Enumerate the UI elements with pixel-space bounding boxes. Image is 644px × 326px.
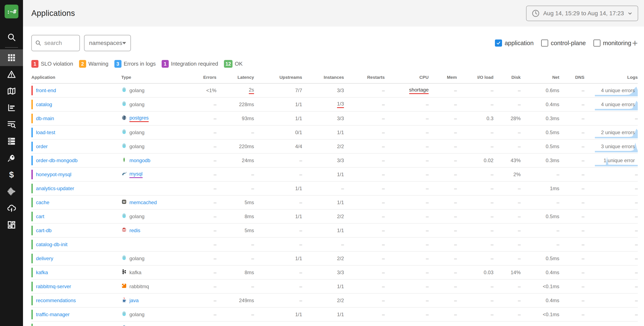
logs-cell: – [584, 223, 638, 237]
namespaces-select[interactable]: namespaces [84, 35, 131, 51]
type-label: kafka [130, 270, 141, 276]
application-link[interactable]: catalog-db-init [36, 242, 68, 247]
empty-value: – [491, 88, 494, 93]
column-header-restarts: Restarts [344, 75, 385, 83]
empty-value: – [491, 256, 494, 261]
application-link[interactable]: cart [36, 214, 44, 219]
type-label[interactable]: mongodb [130, 158, 150, 163]
application-link[interactable]: rabbitmq-server [36, 284, 71, 290]
empty-value: – [214, 256, 216, 261]
time-range-picker[interactable]: Aug 14, 15:29 to Aug 14, 17:23 [526, 6, 638, 21]
logs-link[interactable]: 4 unique errors [601, 88, 635, 93]
badge-count: 2 [79, 60, 86, 68]
mongodb-icon [121, 157, 127, 164]
table-row-recommendations: recommendations java–249ms–2/2–––––0.4ms… [31, 293, 638, 308]
empty-value: – [518, 200, 521, 205]
type-cell: golang [121, 311, 199, 318]
type-label: golang [130, 312, 144, 318]
search-input[interactable] [44, 39, 75, 47]
logs-link[interactable]: 1 unique error [604, 158, 635, 163]
application-link[interactable]: recommendations [36, 298, 76, 304]
empty-value: – [582, 116, 584, 121]
empty-value: – [518, 144, 521, 149]
cell-value: 2/2 [337, 298, 344, 303]
empty-value: – [214, 172, 216, 177]
sidebar-item-search[interactable] [0, 29, 23, 45]
badge-count: 12 [224, 60, 232, 68]
empty-value: – [582, 256, 584, 261]
add-project-button[interactable]: + [632, 38, 638, 48]
application-cell: rabbitmq-server [31, 280, 121, 293]
application-link[interactable]: kafka [36, 270, 48, 276]
sidebar-item-profiling[interactable] [0, 183, 23, 200]
badge-label: Warning [88, 61, 108, 67]
sidebar-item-applications[interactable] [0, 49, 23, 66]
logs-link[interactable]: 3 unique errors [601, 144, 635, 149]
cell-value: 0.4ms [546, 298, 559, 303]
empty-value: – [214, 228, 216, 233]
type-label[interactable]: redis [130, 228, 140, 233]
empty-value: – [382, 284, 385, 289]
sidebar-item-traces[interactable] [0, 99, 23, 116]
sidebar-item-deployments[interactable] [0, 150, 23, 166]
empty-value: – [635, 200, 638, 205]
dropdown-caret-icon [122, 42, 126, 44]
application-link[interactable]: cache [36, 200, 49, 205]
application-link[interactable]: honeypot-mysql [36, 172, 71, 177]
type-label[interactable]: java [130, 298, 139, 304]
application-link[interactable]: order [36, 144, 48, 149]
sidebar-item-logs[interactable] [0, 116, 23, 133]
empty-value: – [214, 158, 216, 163]
application-link[interactable]: load-test [36, 130, 55, 135]
sidebar-item-incidents[interactable] [0, 66, 23, 83]
logs-cell: 4 unique errors [584, 97, 638, 111]
empty-value: – [556, 242, 559, 247]
project-checkbox-application[interactable]: application [495, 39, 534, 47]
status-bar [31, 226, 33, 235]
empty-value: – [635, 242, 638, 247]
badge-count: 3 [114, 60, 122, 68]
application-link[interactable]: order-db-mongodb [36, 158, 78, 163]
empty-value: – [491, 102, 494, 107]
application-link[interactable]: delivery [36, 256, 53, 262]
project-checkbox-monitoring[interactable]: monitoring [594, 39, 631, 47]
column-header-type: Type [121, 75, 199, 83]
empty-value: – [635, 228, 638, 233]
project-checkbox-control-plane[interactable]: control-plane [541, 39, 586, 47]
empty-value: – [426, 228, 429, 233]
svg-text:M: M [123, 200, 125, 204]
logs-link[interactable]: 4 unique errors [601, 102, 635, 107]
cloud-bolt-icon [7, 203, 16, 213]
sidebar-item-anomalies[interactable] [0, 200, 23, 217]
application-link[interactable]: db-main [36, 116, 54, 121]
sidebar-item-nodes[interactable] [0, 133, 23, 150]
empty-value: – [635, 312, 638, 317]
sidebar-item-service-map[interactable] [0, 83, 23, 99]
type-label[interactable]: postgres [130, 115, 149, 122]
empty-value: – [582, 172, 584, 177]
application-link[interactable]: catalog [36, 102, 52, 107]
empty-value: – [454, 270, 457, 275]
status-badge: 3Errors in logs [114, 60, 156, 68]
logs-link[interactable]: 2 unique errors [601, 130, 635, 135]
application-link[interactable]: cart-db [36, 228, 52, 233]
rabbitmq-icon [121, 283, 127, 290]
logs-cell: 1 unique error [584, 153, 638, 167]
empty-value: – [426, 130, 429, 135]
sidebar-item-dashboards[interactable] [0, 217, 23, 233]
type-label[interactable]: memcached [130, 200, 157, 205]
empty-value: – [635, 284, 638, 289]
type-label: golang [130, 256, 144, 262]
cell-value: 0.3 [486, 116, 494, 121]
sidebar-item-costs[interactable]: $ [0, 166, 23, 183]
application-link[interactable]: analytics-updater [36, 186, 74, 191]
application-link[interactable]: traffic-manager [36, 312, 70, 318]
application-cell: kafka [31, 266, 121, 279]
type-label[interactable]: mysql [130, 171, 142, 178]
application-link[interactable]: front-end [36, 88, 56, 93]
badge-count: 1 [31, 60, 38, 68]
app-logo[interactable]: :~# [4, 4, 18, 18]
cell-value: 220ms [239, 144, 254, 149]
cell-value: 1/1 [295, 102, 302, 107]
cell-value-flagged: shortage [409, 87, 429, 94]
